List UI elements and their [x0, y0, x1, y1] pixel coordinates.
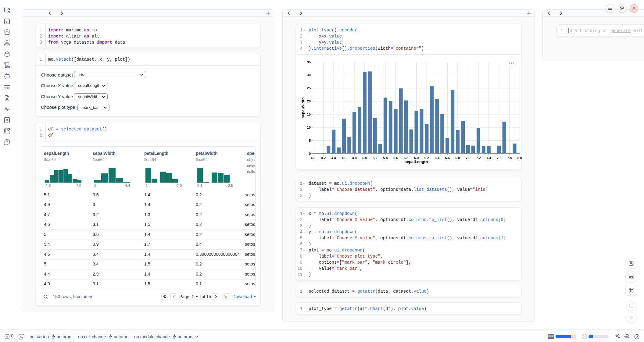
svg-text:7.2: 7.2: [476, 156, 481, 160]
svg-text:15: 15: [307, 112, 311, 116]
svg-text:8.0: 8.0: [517, 156, 522, 160]
svg-text:30: 30: [307, 73, 311, 77]
svg-text:35: 35: [307, 60, 311, 64]
svg-text:sepalLength: sepalLength: [405, 159, 428, 164]
svg-text:7.0: 7.0: [466, 156, 470, 160]
svg-text:7.4: 7.4: [486, 156, 491, 160]
svg-text:25: 25: [307, 86, 311, 90]
svg-text:5: 5: [309, 139, 311, 142]
svg-text:4.4: 4.4: [331, 156, 336, 160]
svg-text:0: 0: [309, 152, 311, 155]
svg-text:4.2: 4.2: [321, 156, 326, 160]
svg-text:20: 20: [307, 99, 311, 103]
svg-text:5.2: 5.2: [373, 156, 377, 160]
svg-text:6.6: 6.6: [445, 156, 450, 160]
svg-text:4.0: 4.0: [311, 156, 315, 160]
svg-text:5.4: 5.4: [383, 156, 388, 160]
svg-text:7.6: 7.6: [497, 156, 501, 160]
svg-text:6.8: 6.8: [455, 156, 460, 160]
svg-text:6.4: 6.4: [435, 156, 440, 160]
svg-text:sepalWidth: sepalWidth: [301, 97, 305, 118]
svg-text:10: 10: [307, 126, 311, 129]
svg-text:4.8: 4.8: [352, 156, 356, 160]
svg-text:5.6: 5.6: [393, 156, 398, 160]
svg-text:5.0: 5.0: [362, 156, 367, 160]
svg-text:7.8: 7.8: [507, 156, 512, 160]
svg-text:4.6: 4.6: [342, 156, 346, 160]
